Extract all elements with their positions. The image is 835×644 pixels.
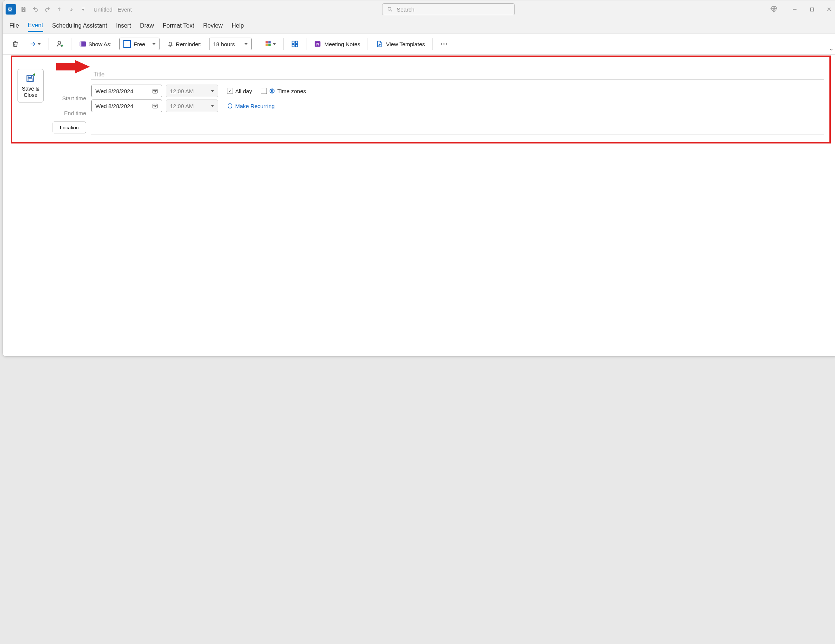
svg-rect-32 bbox=[155, 106, 156, 107]
qat-save-icon[interactable] bbox=[19, 5, 28, 14]
free-status-square-icon bbox=[123, 40, 131, 48]
timezones-label: Time zones bbox=[277, 88, 306, 94]
svg-rect-14 bbox=[268, 44, 271, 46]
start-time-picker[interactable]: 12:00 AM bbox=[166, 84, 218, 97]
calendar-bar-icon bbox=[80, 41, 86, 47]
svg-rect-13 bbox=[265, 44, 268, 46]
tab-scheduling-assistant[interactable]: Scheduling Assistant bbox=[52, 20, 107, 31]
qat-redo-icon[interactable] bbox=[43, 5, 52, 14]
tab-help[interactable]: Help bbox=[231, 20, 244, 31]
qat-customize-dropdown[interactable] bbox=[79, 5, 88, 14]
calendar-icon bbox=[152, 103, 158, 109]
outlook-app-icon bbox=[6, 4, 16, 15]
trash-icon bbox=[11, 40, 19, 48]
tab-format-text[interactable]: Format Text bbox=[163, 20, 194, 31]
window-title: Untitled - Event bbox=[94, 6, 132, 13]
svg-text:N: N bbox=[316, 42, 319, 46]
end-time-value: 12:00 AM bbox=[170, 103, 193, 109]
end-date-picker[interactable]: Wed 8/28/2024 bbox=[91, 99, 162, 112]
svg-rect-31 bbox=[153, 104, 157, 108]
qat-undo-icon[interactable] bbox=[31, 5, 40, 14]
tab-draw[interactable]: Draw bbox=[140, 20, 154, 31]
show-as-label-group: Show As: bbox=[77, 39, 114, 49]
timezones-checkbox[interactable]: Time zones bbox=[261, 88, 306, 94]
checkbox-icon bbox=[261, 88, 267, 94]
bell-icon bbox=[167, 41, 174, 47]
forward-arrow-icon bbox=[29, 41, 37, 47]
chevron-down-icon bbox=[245, 43, 247, 45]
window-minimize-button[interactable] bbox=[786, 0, 803, 18]
titlebar: Untitled - Event Search bbox=[3, 0, 835, 18]
qat-up-arrow-icon[interactable] bbox=[55, 5, 64, 14]
location-input[interactable] bbox=[90, 121, 824, 132]
tab-file[interactable]: File bbox=[9, 20, 19, 31]
svg-point-21 bbox=[441, 43, 442, 44]
end-time-picker[interactable]: 12:00 AM bbox=[166, 99, 218, 112]
end-time-label: End time bbox=[52, 105, 86, 120]
make-recurring-link[interactable]: Make Recurring bbox=[227, 103, 275, 109]
svg-rect-2 bbox=[22, 7, 24, 8]
svg-point-6 bbox=[388, 8, 391, 10]
save-label-line2: Close bbox=[22, 92, 39, 98]
recurrence-icon bbox=[227, 103, 233, 109]
location-button[interactable]: Location bbox=[52, 122, 86, 133]
svg-rect-11 bbox=[265, 41, 268, 44]
ribbon-tabs: File Event Scheduling Assistant Insert D… bbox=[3, 18, 835, 33]
premium-diamond-icon[interactable] bbox=[765, 0, 783, 18]
categories-icon bbox=[265, 41, 272, 47]
forward-split-button[interactable] bbox=[26, 39, 43, 49]
onenote-icon: N bbox=[314, 40, 321, 48]
start-date-picker[interactable]: Wed 8/28/2024 bbox=[91, 84, 162, 97]
all-day-checkbox[interactable]: All day bbox=[227, 88, 252, 94]
chevron-down-icon bbox=[273, 43, 276, 45]
svg-rect-7 bbox=[811, 8, 814, 11]
tab-review[interactable]: Review bbox=[203, 20, 223, 31]
all-day-label: All day bbox=[235, 88, 252, 94]
qat-down-arrow-icon[interactable] bbox=[67, 5, 76, 14]
outlook-event-window: Untitled - Event Search File E bbox=[2, 0, 835, 357]
title-input[interactable]: Title bbox=[94, 71, 105, 78]
svg-rect-29 bbox=[155, 91, 156, 92]
tab-event[interactable]: Event bbox=[28, 20, 43, 32]
view-templates-label: View Templates bbox=[386, 41, 425, 47]
meeting-notes-button[interactable]: N Meeting Notes bbox=[312, 39, 363, 49]
chevron-down-icon bbox=[829, 47, 834, 52]
search-input[interactable]: Search bbox=[382, 3, 515, 15]
reminder-label-group: Reminder: bbox=[165, 39, 204, 49]
save-and-close-button[interactable]: Save & Close bbox=[18, 69, 44, 102]
location-label: Location bbox=[60, 125, 79, 130]
annotation-arrow bbox=[56, 60, 90, 73]
save-disk-icon bbox=[26, 73, 36, 83]
save-label-line1: Save & bbox=[22, 86, 39, 92]
svg-point-23 bbox=[446, 43, 447, 44]
svg-rect-17 bbox=[292, 45, 294, 47]
categorize-button[interactable] bbox=[262, 39, 278, 49]
search-icon bbox=[387, 6, 393, 12]
reminder-value: 18 hours bbox=[213, 41, 235, 47]
invite-attendees-button[interactable] bbox=[54, 38, 67, 50]
svg-rect-16 bbox=[295, 41, 297, 44]
tab-insert[interactable]: Insert bbox=[116, 20, 131, 31]
show-as-dropdown[interactable]: Free bbox=[119, 37, 159, 50]
event-form-highlight: Save & Close Start time End time Title bbox=[11, 55, 831, 143]
svg-rect-28 bbox=[153, 89, 157, 93]
window-close-button[interactable] bbox=[820, 0, 835, 18]
reminder-dropdown[interactable]: 18 hours bbox=[209, 37, 252, 50]
collapse-ribbon-button[interactable] bbox=[829, 47, 834, 52]
ellipsis-icon bbox=[440, 43, 448, 45]
window-maximize-button[interactable] bbox=[803, 0, 820, 18]
more-options-button[interactable] bbox=[438, 41, 450, 47]
recurring-label: Make Recurring bbox=[235, 103, 275, 109]
chevron-down-icon bbox=[211, 90, 214, 92]
apps-button[interactable] bbox=[289, 39, 301, 49]
svg-rect-4 bbox=[82, 8, 84, 8]
view-templates-button[interactable]: View Templates bbox=[373, 39, 427, 49]
chevron-down-icon bbox=[37, 43, 41, 45]
show-as-value: Free bbox=[134, 41, 145, 47]
delete-button[interactable] bbox=[9, 39, 21, 49]
calendar-icon bbox=[152, 88, 158, 94]
search-placeholder: Search bbox=[396, 6, 414, 13]
start-time-label: Start time bbox=[52, 91, 86, 105]
svg-marker-5 bbox=[82, 9, 84, 11]
meeting-notes-label: Meeting Notes bbox=[324, 41, 361, 47]
